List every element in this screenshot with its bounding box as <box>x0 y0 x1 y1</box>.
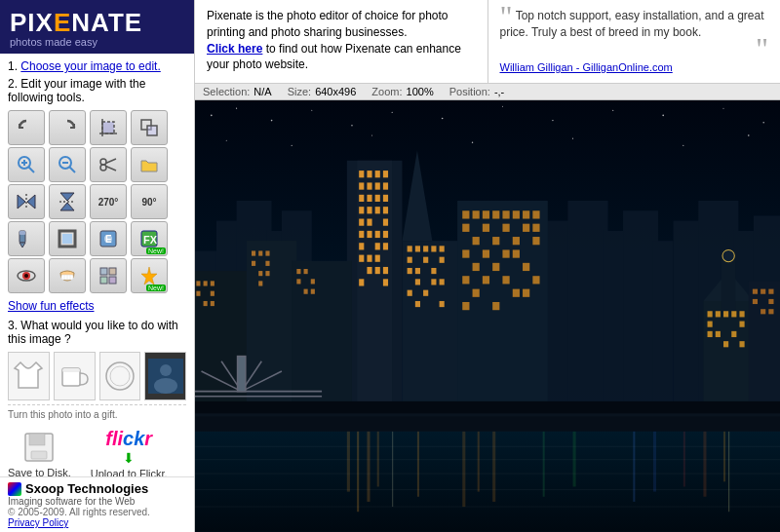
svg-rect-189 <box>502 250 509 258</box>
svg-rect-145 <box>296 279 300 284</box>
svg-rect-187 <box>462 250 469 258</box>
svg-rect-105 <box>375 207 380 213</box>
svg-rect-95 <box>359 183 364 190</box>
plate-gift-item[interactable] <box>99 352 141 400</box>
svg-rect-259 <box>195 401 780 413</box>
choose-image-link[interactable]: Choose your image to edit. <box>20 59 160 73</box>
scissors-button[interactable] <box>90 147 127 182</box>
new-effects-button[interactable]: FX <box>131 221 168 256</box>
svg-rect-147 <box>304 289 308 294</box>
sxoop-cube-icon <box>8 482 21 496</box>
svg-rect-193 <box>523 263 529 271</box>
svg-point-73 <box>682 145 683 146</box>
svg-rect-99 <box>359 195 364 202</box>
rotate-270-button[interactable]: 270° <box>90 184 127 219</box>
svg-rect-132 <box>211 291 214 296</box>
svg-marker-19 <box>60 193 74 201</box>
svg-rect-235 <box>478 432 480 492</box>
svg-rect-186 <box>532 237 539 245</box>
svg-rect-111 <box>367 231 371 238</box>
rotate-90-button[interactable]: 90° <box>131 184 168 219</box>
svg-rect-214 <box>708 331 713 337</box>
svg-rect-217 <box>723 341 728 347</box>
position-label: Position: <box>449 86 490 97</box>
svg-line-10 <box>70 168 76 173</box>
whiten-button[interactable] <box>49 258 86 293</box>
click-here-link[interactable]: Click here <box>207 42 262 56</box>
draw-button[interactable] <box>8 221 45 256</box>
svg-rect-139 <box>265 261 269 266</box>
intro-text-1: Pixenate is the photo editor of choice f… <box>207 9 448 39</box>
crop-button[interactable] <box>90 110 127 145</box>
enhance-button[interactable]: E <box>90 221 127 256</box>
svg-point-56 <box>236 108 237 109</box>
svg-rect-119 <box>375 255 380 262</box>
save-to-disk-item[interactable]: Save to Disk. <box>8 430 71 477</box>
svg-rect-234 <box>462 432 465 507</box>
privacy-policy-link[interactable]: Privacy Policy <box>8 517 68 528</box>
svg-rect-224 <box>768 299 773 304</box>
testimonial-author-link[interactable]: William Gilligan - GilliganOnline.com <box>500 60 769 75</box>
svg-rect-171 <box>473 210 480 218</box>
svg-rect-239 <box>633 432 635 502</box>
action-area: Save to Disk. flickr ⬇ Upload to Flickr. <box>8 424 186 476</box>
svg-rect-154 <box>431 247 436 252</box>
svg-rect-170 <box>462 210 469 218</box>
svg-rect-195 <box>483 276 489 284</box>
svg-rect-157 <box>423 257 428 263</box>
svg-rect-151 <box>408 247 412 252</box>
svg-rect-188 <box>483 250 489 258</box>
sparkle-button[interactable] <box>131 258 168 293</box>
border-button[interactable] <box>49 221 86 256</box>
svg-rect-53 <box>31 451 47 459</box>
svg-rect-244 <box>728 432 729 512</box>
svg-rect-192 <box>492 263 499 271</box>
upload-flickr-item[interactable]: flickr ⬇ Upload to Flickr. <box>91 428 168 476</box>
zoom-out-button[interactable] <box>49 147 86 182</box>
svg-rect-129 <box>204 282 208 286</box>
rotate-right-button[interactable] <box>49 110 86 145</box>
svg-rect-142 <box>258 282 262 286</box>
mug-gift-item[interactable] <box>54 352 96 400</box>
svg-rect-107 <box>359 219 364 226</box>
svg-rect-144 <box>304 269 308 274</box>
flip-v-button[interactable] <box>49 184 86 219</box>
photo-gift-item[interactable] <box>144 352 186 400</box>
svg-rect-146 <box>311 279 315 284</box>
svg-rect-108 <box>367 219 371 226</box>
svg-rect-114 <box>359 243 364 249</box>
svg-rect-40 <box>109 268 116 275</box>
rotate-left-button[interactable] <box>8 110 45 145</box>
svg-rect-122 <box>383 267 388 274</box>
red-eye-button[interactable] <box>8 258 45 293</box>
sidebar-content: 1. Choose your image to edit. 2. Edit yo… <box>0 54 194 476</box>
svg-rect-138 <box>252 261 255 266</box>
svg-rect-182 <box>532 224 539 232</box>
size-value: 640x496 <box>315 86 356 97</box>
logo: PIXENATE <box>10 8 184 38</box>
folder-button[interactable] <box>131 147 168 182</box>
footer-brand: Sxoop Technologies <box>8 481 186 496</box>
tshirt-gift-item[interactable] <box>8 352 50 400</box>
svg-rect-103 <box>359 207 364 213</box>
svg-rect-97 <box>375 183 380 190</box>
footer-tagline: Imaging software for the Web <box>8 496 186 507</box>
svg-rect-200 <box>523 289 529 297</box>
flip-h-button[interactable] <box>8 184 45 219</box>
svg-rect-167 <box>415 301 420 307</box>
step1-number: 1. <box>8 59 18 73</box>
svg-rect-176 <box>523 210 529 218</box>
svg-rect-160 <box>415 268 420 274</box>
svg-rect-184 <box>492 237 499 245</box>
show-fun-effects-link[interactable]: Show fun effects <box>8 299 186 313</box>
zoom-in-button[interactable] <box>8 147 45 182</box>
resize-button[interactable] <box>131 110 168 145</box>
step2-label: 2. Edit your image with the following to… <box>8 77 186 104</box>
svg-point-34 <box>24 274 28 278</box>
tools-grid: 270° 90° <box>8 110 186 293</box>
selection-label: Selection: <box>203 86 250 97</box>
svg-point-12 <box>100 159 106 165</box>
grid-button[interactable] <box>90 258 127 293</box>
svg-rect-242 <box>703 432 706 497</box>
testimonial: " Top notch support, easy installation, … <box>488 0 781 83</box>
